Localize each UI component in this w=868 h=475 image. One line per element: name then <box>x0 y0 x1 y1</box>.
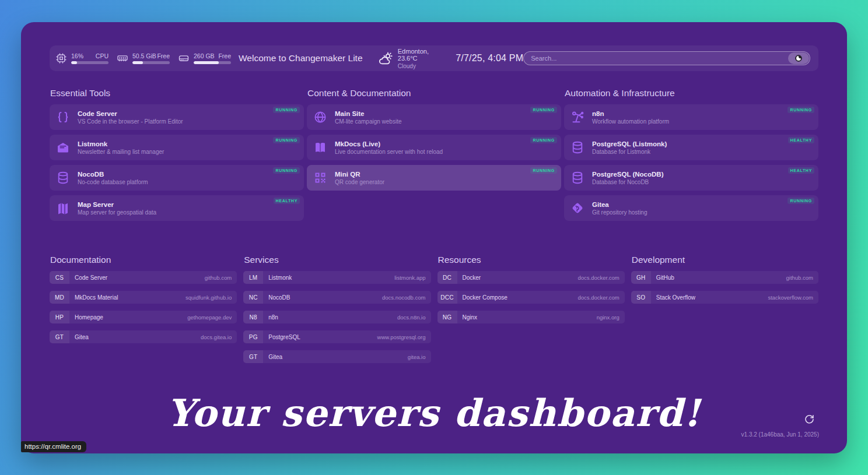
section-title: Documentation <box>50 255 237 265</box>
bookmark-abbr: SO <box>631 291 651 304</box>
service-name: PostgreSQL (Listmonk) <box>592 140 667 147</box>
code-braces-icon <box>56 110 70 124</box>
refresh-button[interactable] <box>804 414 815 425</box>
version-label: v1.3.2 (1a46baa, Jun 1, 2025) <box>741 431 819 438</box>
bookmark-url: nginx.org <box>597 314 620 321</box>
top-bar: 16%CPU50.5 GiBFree260 GBFree Welcome to … <box>50 45 818 71</box>
memory-icon <box>117 52 128 64</box>
service-name: Main Site <box>335 110 402 117</box>
bookmark-gitea[interactable]: GTGiteagitea.io <box>243 350 430 363</box>
partly-cloudy-icon <box>378 51 393 66</box>
resource-stats: 16%CPU50.5 GiBFree260 GBFree <box>55 52 230 64</box>
service-name: Gitea <box>592 201 648 208</box>
bookmark-group-resources: ResourcesDCDockerdocs.docker.comDCCDocke… <box>438 255 625 330</box>
service-description: CM-lite campaign website <box>335 118 402 125</box>
status-badge: RUNNING <box>273 107 300 113</box>
search-input[interactable] <box>523 51 810 65</box>
stat-progress-fill <box>194 61 219 64</box>
book-icon <box>313 140 327 154</box>
stat-label: Free <box>218 52 231 59</box>
database-icon <box>56 171 70 185</box>
bookmark-url: listmonk.app <box>394 275 425 281</box>
bookmark-group-development: DevelopmentGHGitHubgithub.comSOStack Ove… <box>631 255 818 311</box>
search-container <box>523 51 810 65</box>
service-name: NocoDB <box>78 171 148 178</box>
service-name: Map Server <box>78 201 156 208</box>
bookmark-url: squidfunk.github.io <box>186 294 232 301</box>
stat-label: CPU <box>96 52 108 59</box>
service-card-code-server[interactable]: Code ServerVS Code in the browser - Plat… <box>50 104 304 130</box>
bookmark-url: docs.docker.com <box>578 275 619 281</box>
bookmark-nginx[interactable]: NGNginxnginx.org <box>438 311 625 323</box>
bookmark-gitea[interactable]: GTGiteadocs.gitea.io <box>50 330 237 343</box>
service-name: Code Server <box>78 110 183 117</box>
bookmark-listmonk[interactable]: LMListmonklistmonk.app <box>243 271 430 284</box>
stat-widget-disk: 260 GBFree <box>178 52 231 64</box>
bookmark-stack-overflow[interactable]: SOStack Overflowstackoverflow.com <box>631 291 818 304</box>
weather-widget[interactable]: Edmonton, 23.6°C Cloudy <box>378 48 449 69</box>
service-card-n8n[interactable]: n8nWorkflow automation platformRUNNING <box>564 104 818 130</box>
bookmark-nocodb[interactable]: NCNocoDBdocs.nocodb.com <box>243 291 430 304</box>
database-icon <box>570 140 584 154</box>
bookmark-name: n8n <box>268 314 278 321</box>
service-card-listmonk[interactable]: ListmonkNewsletter & mailing list manage… <box>50 135 304 160</box>
service-description: Git repository hosting <box>592 209 648 216</box>
bookmark-mkdocs-material[interactable]: MDMkDocs Materialsquidfunk.github.io <box>50 291 237 304</box>
globe-icon <box>313 110 327 124</box>
bookmark-code-server[interactable]: CSCode Servergithub.com <box>50 271 237 284</box>
service-card-mini-qr[interactable]: Mini QRQR code generatorRUNNING <box>307 165 561 191</box>
bookmark-group-services: ServicesLMListmonklistmonk.appNCNocoDBdo… <box>243 255 430 370</box>
bookmark-abbr: GH <box>631 271 651 284</box>
service-card-map-server[interactable]: Map ServerMap server for geospatial data… <box>50 195 304 221</box>
section-title: Content & Documentation <box>307 88 561 98</box>
bookmark-url: www.postgresql.org <box>377 334 426 340</box>
bookmark-url: docs.gitea.io <box>201 334 232 340</box>
service-description: No-code database platform <box>78 179 148 185</box>
bookmark-homepage[interactable]: HPHomepagegethomepage.dev <box>50 311 237 323</box>
mail-icon <box>56 140 70 154</box>
weather-condition: Cloudy <box>398 63 449 69</box>
service-card-nocodb[interactable]: NocoDBNo-code database platformRUNNING <box>50 165 304 191</box>
bookmarks-section: DocumentationCSCode Servergithub.comMDMk… <box>50 255 818 370</box>
stat-label: Free <box>157 52 170 59</box>
status-badge: RUNNING <box>530 137 557 143</box>
disk-icon <box>178 52 190 64</box>
bookmark-docker-compose[interactable]: DCCDocker Composedocs.docker.com <box>438 291 625 304</box>
bookmark-abbr: HP <box>50 311 69 323</box>
service-description: VS Code in the browser - Platform Editor <box>78 118 183 125</box>
bookmark-name: MkDocs Material <box>75 294 118 301</box>
bookmark-url: docs.nocodb.com <box>382 294 425 301</box>
bookmark-docker[interactable]: DCDockerdocs.docker.com <box>438 271 625 284</box>
bookmark-name: Gitea <box>75 334 89 340</box>
status-badge: RUNNING <box>788 198 814 204</box>
service-description: Database for NocoDB <box>592 179 663 185</box>
service-card-mkdocs-live[interactable]: MkDocs (Live)Live documentation server w… <box>307 135 561 160</box>
bookmark-n8n[interactable]: N8n8ndocs.n8n.io <box>243 311 430 323</box>
service-card-gitea[interactable]: GiteaGit repository hostingRUNNING <box>564 195 818 221</box>
service-card-main-site[interactable]: Main SiteCM-lite campaign websiteRUNNING <box>307 104 561 130</box>
service-card-postgresql-nocodb[interactable]: PostgreSQL (NocoDB)Database for NocoDBHE… <box>564 165 818 191</box>
status-badge: RUNNING <box>530 107 557 113</box>
map-icon <box>56 201 70 215</box>
status-badge: HEALTHY <box>788 137 814 143</box>
service-name: n8n <box>592 110 669 117</box>
section-title: Services <box>244 255 430 265</box>
search-engine-button[interactable] <box>788 52 809 64</box>
bookmark-github[interactable]: GHGitHubgithub.com <box>631 271 818 284</box>
status-badge: HEALTHY <box>788 167 814 174</box>
stat-progress-fill <box>71 61 77 64</box>
bookmark-url: github.com <box>786 275 813 281</box>
service-description: Workflow automation platform <box>592 118 669 125</box>
bookmark-name: GitHub <box>656 275 674 281</box>
service-name: Mini QR <box>335 171 384 178</box>
service-card-postgresql-listmonk[interactable]: PostgreSQL (Listmonk)Database for Listmo… <box>564 135 818 160</box>
bookmark-name: Listmonk <box>268 275 292 281</box>
stat-widget-cpu: 16%CPU <box>55 52 108 64</box>
dashboard-panel: 16%CPU50.5 GiBFree260 GBFree Welcome to … <box>21 22 847 453</box>
service-description: Newsletter & mailing list manager <box>78 149 164 155</box>
weather-location-temp: Edmonton, 23.6°C <box>398 48 449 62</box>
status-badge: HEALTHY <box>274 198 300 204</box>
bookmark-abbr: CS <box>50 271 69 284</box>
bookmark-postgresql[interactable]: PGPostgreSQLwww.postgresql.org <box>243 330 430 343</box>
bookmark-abbr: DCC <box>438 291 457 304</box>
